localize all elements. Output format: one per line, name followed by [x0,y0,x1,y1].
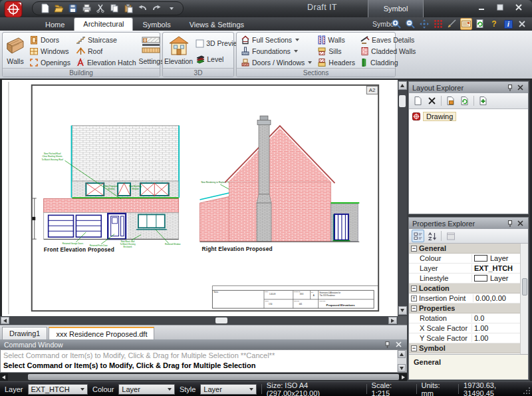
property-row-x-scale[interactable]: X Scale Factor1.00 [409,323,528,333]
horizontal-scroll-thumb[interactable] [215,317,227,323]
building-settings-button[interactable]: Settings [139,34,164,69]
minimize-button[interactable] [475,3,488,12]
resize-grip[interactable] [523,387,531,395]
cut-button[interactable] [95,3,106,14]
walls-button[interactable]: Walls [4,34,27,69]
properties-pin-icon[interactable] [507,220,513,228]
alphabetical-sort-button[interactable] [426,230,438,242]
elevation-button[interactable]: Elevation [164,34,193,69]
category-general[interactable]: −General [409,244,528,254]
roof-button[interactable]: Roof [74,46,138,57]
categorized-view-button[interactable] [412,230,424,242]
paste-button[interactable] [123,3,134,14]
redo-button[interactable] [151,3,162,14]
cladding-button[interactable]: Cladding [358,57,418,68]
command-close-icon[interactable] [395,341,403,348]
add-drawing-button[interactable] [477,95,489,107]
walls-sections-button[interactable]: Walls [315,35,357,45]
doc-tab-residence[interactable]: xxx Residence Proposed.dft [49,327,154,339]
drawing-canvas[interactable]: A2 [0,80,398,316]
property-row-y-scale[interactable]: Y Scale Factor1.00 [409,333,528,343]
new-layout-button[interactable] [412,95,424,107]
category-symbol[interactable]: −Symbol [409,343,528,353]
snap-icon[interactable] [446,18,458,30]
property-row-insertion-point[interactable]: +Insertion Point0.00,0.00 [409,294,528,303]
property-row-rotation[interactable]: Rotation0.0 [409,313,528,323]
eaves-details-button[interactable]: Eaves Details [358,35,418,45]
category-location[interactable]: −Location [409,284,528,294]
layout-tree-item-drawing[interactable]: Drawing [412,112,525,121]
foundations-button[interactable]: Foundations [239,46,314,57]
close-ribbon-icon[interactable] [516,18,528,30]
close-button[interactable] [512,3,525,12]
scroll-right-button[interactable] [388,317,397,324]
collapse-icon[interactable]: − [411,246,417,252]
doors-windows-sections-button[interactable]: Doors / Windows [239,57,314,68]
cladded-walls-button[interactable]: Cladded Walls [358,46,418,57]
command-scroll-left[interactable] [0,373,8,381]
command-vertical-scrollbar[interactable] [397,350,406,372]
sills-button[interactable]: Sills [315,46,357,57]
new-button[interactable] [39,3,51,14]
export-layout-button[interactable] [444,95,457,107]
command-scroll-down[interactable] [398,364,406,372]
refresh-icon[interactable] [474,18,486,30]
print-button[interactable] [81,3,92,14]
command-scroll-up[interactable] [398,350,406,358]
layout-close-icon[interactable] [517,85,525,91]
properties-scroll-thumb[interactable] [522,278,527,296]
command-history[interactable]: Select Command or Item(s) to Modify, Cli… [1,350,397,372]
pin-icon[interactable] [384,341,391,349]
qat-customize-dropdown[interactable] [165,3,176,14]
category-properties[interactable]: −Properties [409,303,528,313]
collapse-icon[interactable]: − [411,305,417,311]
pan-icon[interactable] [418,18,430,30]
colour-combo[interactable]: Layer [118,384,175,395]
command-scroll-right[interactable] [399,373,407,381]
collapse-icon[interactable]: − [411,286,417,292]
canvas-vertical-scrollbar[interactable] [398,80,407,316]
command-horizontal-scrollbar[interactable] [0,373,407,381]
command-scroll-thumb[interactable] [28,374,400,380]
help-icon[interactable]: ? [488,18,500,30]
layout-pin-icon[interactable] [507,84,513,92]
property-row-colour[interactable]: ColourLayer [409,254,528,264]
full-sections-button[interactable]: Full Sections [239,35,314,45]
vertical-scroll-thumb[interactable] [399,95,406,107]
property-row-linestyle[interactable]: LinestyleLayer [409,274,528,284]
style-combo[interactable]: Layer [200,384,257,395]
openings-button[interactable]: Openings [27,57,72,68]
zoom-in-icon[interactable] [390,18,402,30]
properties-close-icon[interactable] [517,220,525,227]
scroll-up-button[interactable] [398,81,407,90]
collapse-icon[interactable]: − [411,345,417,351]
doc-tab-drawing1[interactable]: Drawing1 [2,327,47,339]
copy-button[interactable] [109,3,120,14]
refresh-layout-button[interactable] [458,95,471,107]
tab-symbols[interactable]: Symbols [133,19,180,31]
undo-button[interactable] [137,3,148,14]
property-pages-button[interactable] [444,230,457,242]
doors-button[interactable]: Doors [27,35,72,45]
canvas-horizontal-scrollbar[interactable] [0,316,398,325]
windows-button[interactable]: Windows [27,46,72,57]
expand-icon[interactable]: + [411,296,417,301]
zoom-out-icon[interactable] [404,18,416,30]
save-button[interactable] [67,3,78,14]
headers-button[interactable]: Headers [315,57,357,68]
scroll-left-button[interactable] [1,317,9,324]
sketch-mode-icon[interactable] [460,18,472,30]
properties-scrollbar[interactable] [520,244,528,354]
scroll-down-button[interactable] [398,306,407,315]
open-button[interactable] [53,3,65,14]
elevation-hatch-button[interactable]: Elevation Hatch [74,57,138,68]
property-row-layer[interactable]: LayerEXT_HTCH [409,264,528,274]
layer-combo[interactable]: EXT_HTCH [28,384,88,395]
maximize-button[interactable] [493,3,507,12]
grid-icon[interactable] [432,18,444,30]
tab-home[interactable]: Home [36,19,74,31]
info-icon[interactable]: i [502,18,514,30]
staircase-button[interactable]: Staircase [74,35,138,45]
tab-architectural[interactable]: Architectural [74,17,133,31]
app-menu-button[interactable] [3,1,27,18]
